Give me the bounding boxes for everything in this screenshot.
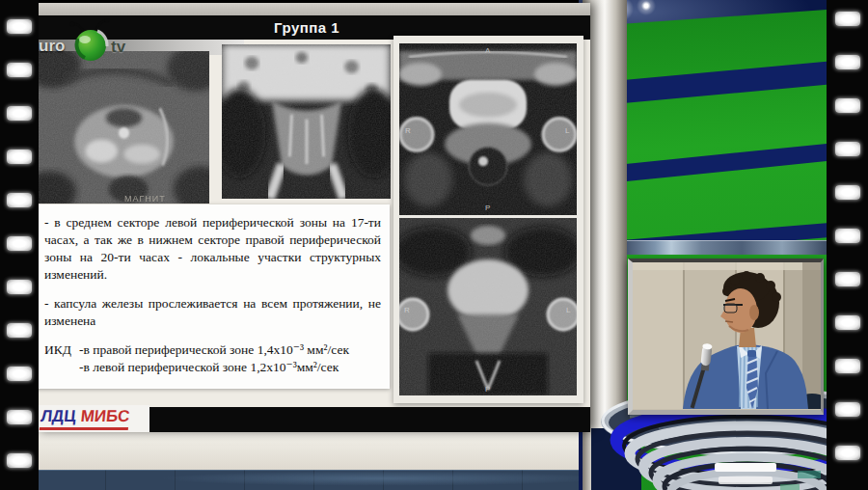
adc-left-zone: -в левой периферической зоне 1,2x10⁻³мм²… — [79, 359, 349, 376]
mri-image-axial-prostate — [39, 51, 209, 204]
slide-bottom-bar — [149, 407, 590, 432]
clinic-logo-ldc: ЛДЦ — [40, 407, 76, 425]
bottom-slate-strip — [36, 470, 590, 490]
sprocket-hole — [7, 106, 32, 121]
sprocket-hole — [7, 323, 32, 338]
sprocket-hole — [835, 185, 860, 200]
sprocket-hole — [835, 12, 860, 26]
mri-image-axial-pelvis-lower: R L P — [399, 218, 577, 395]
adc-values: ИКД -в правой периферической зоне 1,4x10… — [44, 341, 381, 376]
slide-top-strip — [36, 3, 590, 15]
findings-text-block: - в среднем секторе левой периферической… — [36, 204, 390, 389]
sprocket-hole — [7, 193, 32, 207]
finding-item-2: - капсула железы прослеживается на всем … — [44, 295, 381, 330]
sprocket-hole — [835, 142, 860, 156]
mri-right-panel: R L A P — [393, 36, 583, 403]
video-frame: Группа 1 uro tv — [0, 0, 868, 490]
sprocket-hole — [835, 359, 860, 373]
sprocket-hole — [7, 280, 32, 294]
sprocket-hole — [835, 315, 860, 330]
slide-watermark: МАГНИТ — [124, 194, 166, 204]
sprocket-hole — [7, 150, 32, 164]
bottom-light-strip — [36, 431, 590, 470]
channel-logo: uro tv — [36, 16, 159, 65]
sprocket-hole — [7, 63, 32, 77]
sprocket-hole — [835, 98, 860, 113]
sprocket-hole — [7, 367, 32, 381]
sprocket-hole — [7, 236, 32, 251]
film-strip-right — [827, 0, 868, 490]
speaker-image — [633, 262, 821, 409]
presentation-slide: Группа 1 uro tv — [36, 3, 590, 431]
clinic-logo-mibs: МИБС — [80, 407, 131, 425]
film-strip-left — [0, 0, 39, 490]
sprocket-hole — [7, 453, 32, 468]
sprocket-hole — [835, 446, 860, 460]
channel-logo-text-right: tv — [111, 39, 125, 55]
adc-right-zone: -в правой периферической зоне 1,4x10⁻³ м… — [79, 341, 349, 359]
studio-metal-band — [625, 240, 827, 255]
clinic-logo: ЛДЦМИБС — [36, 405, 149, 432]
adc-label: ИКД — [44, 341, 79, 376]
mri-image-axial-pelvis-upper: R L A P — [399, 43, 577, 215]
sprocket-hole — [835, 229, 860, 243]
channel-logo-text-left: uro — [39, 38, 65, 54]
sprocket-hole — [835, 402, 860, 417]
channel-logo-bug-icon — [68, 18, 113, 63]
mri-image-coronal-prostate — [222, 44, 391, 199]
sprocket-hole — [7, 410, 32, 424]
speaker-video-inset — [628, 259, 824, 415]
sprocket-hole — [7, 19, 32, 34]
finding-item-1: - в среднем секторе левой периферической… — [44, 214, 381, 284]
sprocket-hole — [835, 272, 860, 286]
sprocket-hole — [835, 55, 860, 69]
